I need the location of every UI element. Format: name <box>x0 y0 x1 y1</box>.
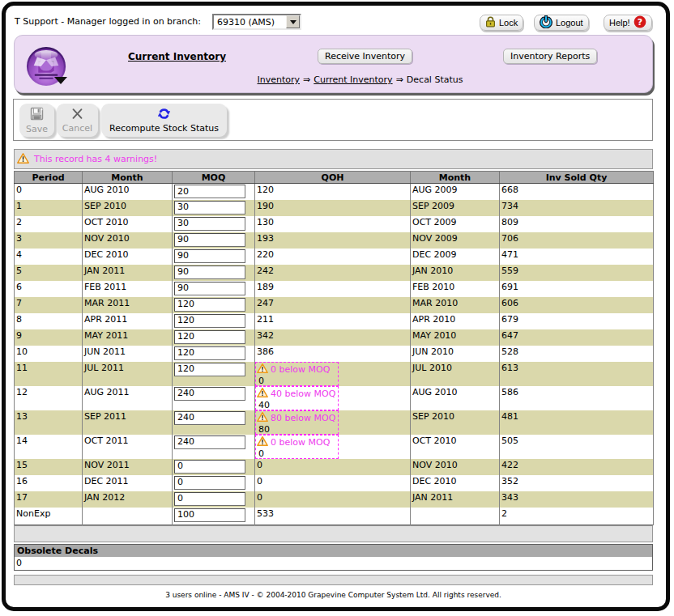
cell-month: SEP 2011 <box>83 410 173 435</box>
warning-triangle-icon <box>257 436 268 448</box>
obsolete-decals-header: Obsolete Decals <box>14 544 653 558</box>
nav-current-inventory[interactable]: Current Inventory <box>128 51 226 62</box>
cell-qoh: 0 <box>255 475 411 491</box>
moq-input[interactable] <box>174 435 245 449</box>
table-row: 15NOV 20110NOV 2010422 <box>15 459 654 475</box>
cell-month-prev-year: DEC 2009 <box>411 249 500 265</box>
breadcrumb-separator: ⇒ <box>396 74 403 85</box>
cell-month-prev-year: JUL 2010 <box>411 362 500 386</box>
cell-month-prev-year: DEC 2010 <box>411 475 500 491</box>
cell-inv-sold-qty: 809 <box>500 216 654 232</box>
cell-period: 14 <box>15 435 83 459</box>
below-moq-warning-text: 0 below MOQ <box>271 364 330 375</box>
warning-triangle-icon <box>257 363 268 376</box>
cell-month-prev-year: JAN 2010 <box>411 265 500 281</box>
moq-input[interactable] <box>174 233 245 247</box>
breadcrumb-link-current-inventory[interactable]: Current Inventory <box>314 74 392 85</box>
cell-moq <box>173 410 255 435</box>
cell-period: 16 <box>15 475 83 491</box>
moq-input[interactable] <box>174 217 245 231</box>
cell-qoh: 130 <box>255 216 411 232</box>
cell-moq <box>173 232 255 249</box>
cell-moq <box>173 200 255 216</box>
cell-month-prev-year: NOV 2009 <box>411 232 500 249</box>
logout-button[interactable]: Logout <box>534 15 589 31</box>
moq-input[interactable] <box>174 330 245 344</box>
action-toolbar: Save Cancel Recompute Stock Status <box>13 99 653 141</box>
nav-receive-inventory[interactable]: Receive Inventory <box>318 49 412 64</box>
moq-input[interactable] <box>174 249 245 263</box>
cell-month-prev-year: FEB 2010 <box>411 281 500 297</box>
cell-month: OCT 2010 <box>83 216 173 232</box>
moq-input[interactable] <box>174 460 245 474</box>
cell-month: MAY 2011 <box>83 329 173 346</box>
below-moq-warning-box: 0 below MOQ0 <box>255 362 339 386</box>
cell-period: 7 <box>15 297 83 313</box>
cell-period: 3 <box>15 232 83 249</box>
cell-inv-sold-qty: 422 <box>500 459 654 475</box>
cell-inv-sold-qty: 706 <box>500 232 654 249</box>
moq-input[interactable] <box>174 201 245 215</box>
cell-qoh: 211 <box>255 313 411 329</box>
table-row: 14OCT 20110 below MOQ0OCT 2010505 <box>15 435 654 459</box>
cell-month-prev-year: AUG 2010 <box>411 386 500 410</box>
cell-qoh: 0 <box>255 491 411 508</box>
cell-period: NonExp <box>15 508 83 525</box>
cell-qoh: 242 <box>255 265 411 281</box>
cell-month-prev-year: MAY 2010 <box>411 329 500 346</box>
breadcrumb-current-page: Decal Status <box>407 74 463 85</box>
moq-input[interactable] <box>174 411 245 425</box>
branch-select[interactable]: 69310 (AMS) <box>212 14 301 30</box>
cell-period: 10 <box>15 346 83 362</box>
moq-input[interactable] <box>174 266 245 279</box>
cancel-button[interactable]: Cancel <box>57 104 98 137</box>
table-row: 5JAN 2011242JAN 2010559 <box>15 265 654 281</box>
cell-period: 9 <box>15 329 83 346</box>
cell-qoh: 0 below MOQ0 <box>255 435 411 459</box>
cell-inv-sold-qty: 505 <box>500 435 654 459</box>
cell-month: AUG 2010 <box>83 184 173 200</box>
moq-input[interactable] <box>174 282 245 295</box>
cell-inv-sold-qty: 668 <box>500 184 654 200</box>
branch-select-arrow-button[interactable] <box>286 15 300 28</box>
cell-period: 1 <box>15 200 83 216</box>
cancel-icon <box>70 108 84 122</box>
moq-input[interactable] <box>174 387 245 401</box>
cell-inv-sold-qty: 679 <box>500 313 654 329</box>
help-button[interactable]: Help! ? <box>604 15 652 31</box>
breadcrumb-link-inventory[interactable]: Inventory <box>258 74 301 85</box>
cell-moq <box>173 281 255 297</box>
cell-period: 5 <box>15 265 83 281</box>
table-row: 11JUL 20110 below MOQ0JUL 2010613 <box>15 362 654 386</box>
recompute-stock-status-button[interactable]: Recompute Stock Status <box>101 104 227 137</box>
chevron-down-icon <box>290 20 296 24</box>
column-header: Inv Sold Qty <box>500 172 654 184</box>
moq-input[interactable] <box>174 346 245 360</box>
nav-inventory-reports[interactable]: Inventory Reports <box>503 49 597 64</box>
cell-month <box>83 508 173 525</box>
cell-month-prev-year: AUG 2009 <box>411 184 500 200</box>
inventory-table: PeriodMonthMOQQOHMonthInv Sold Qty 0AUG … <box>14 171 654 525</box>
save-icon <box>30 107 44 123</box>
lock-button[interactable]: Lock <box>480 15 523 31</box>
lock-button-label: Lock <box>499 18 518 28</box>
moq-input[interactable] <box>174 508 245 522</box>
cell-moq <box>173 184 255 200</box>
table-row: 10JUN 2011386JUN 2010528 <box>15 346 654 362</box>
table-row: 6FEB 2011189FEB 2010691 <box>15 281 654 297</box>
cell-month-prev-year: SEP 2009 <box>411 200 500 216</box>
moq-input[interactable] <box>174 314 245 328</box>
moq-input[interactable] <box>174 476 245 490</box>
cell-inv-sold-qty: 343 <box>500 491 654 508</box>
refresh-icon <box>158 108 170 122</box>
moq-input[interactable] <box>174 185 245 198</box>
moq-input[interactable] <box>174 298 245 312</box>
cell-qoh: 533 <box>255 508 411 525</box>
moq-input[interactable] <box>174 363 245 376</box>
save-button[interactable]: Save <box>19 104 54 137</box>
below-moq-warning-box: 40 below MOQ40 <box>255 386 339 410</box>
module-menu-caret-icon[interactable] <box>54 77 67 84</box>
login-status-label: T Support - Manager logged in on branch: <box>15 16 201 27</box>
moq-input[interactable] <box>174 492 245 506</box>
cell-moq <box>173 491 255 508</box>
